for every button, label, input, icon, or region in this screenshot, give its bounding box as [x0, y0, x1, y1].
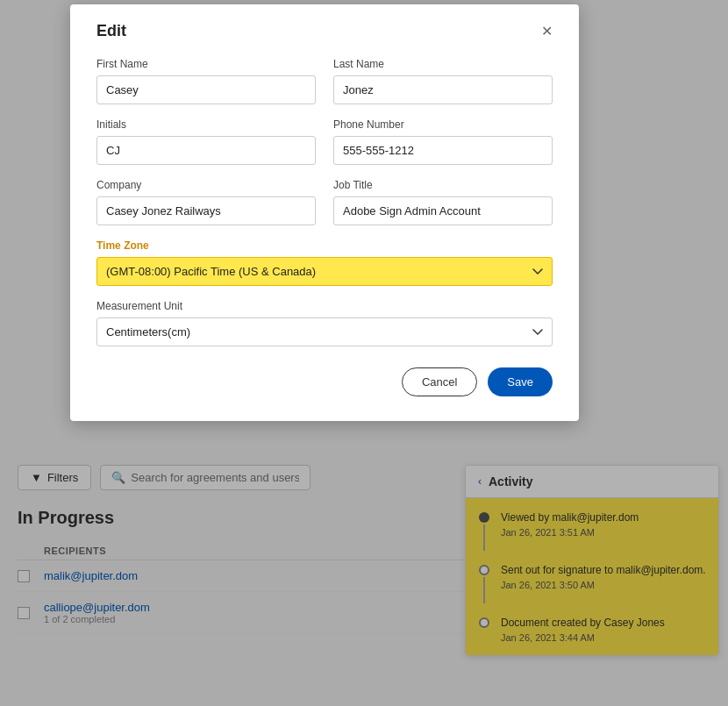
measurement-section: Measurement Unit Centimeters(cm): [96, 300, 553, 346]
close-button[interactable]: ✕: [541, 25, 553, 39]
phone-label: Phone Number: [333, 118, 553, 131]
company-label: Company: [96, 179, 316, 191]
job-title-label: Job Title: [333, 179, 553, 191]
modal-footer: Cancel Save: [96, 367, 553, 396]
initials-input[interactable]: [96, 136, 316, 165]
edit-modal: Edit ✕ First Name Last Name Initials Pho…: [70, 4, 579, 421]
initials-group: Initials: [96, 118, 316, 165]
phone-group: Phone Number: [333, 118, 553, 165]
first-name-group: First Name: [96, 58, 316, 104]
save-button[interactable]: Save: [488, 367, 553, 396]
timezone-section: Time Zone (GMT-08:00) Pacific Time (US &…: [96, 239, 553, 286]
job-title-group: Job Title: [333, 179, 553, 225]
last-name-input[interactable]: [333, 75, 553, 104]
name-row: First Name Last Name: [96, 58, 553, 104]
last-name-group: Last Name: [333, 58, 553, 104]
initials-phone-row: Initials Phone Number: [96, 118, 553, 165]
job-title-input[interactable]: [333, 196, 553, 225]
modal-title: Edit: [96, 22, 126, 40]
phone-input[interactable]: [333, 136, 553, 165]
initials-label: Initials: [96, 118, 316, 131]
timezone-select[interactable]: (GMT-08:00) Pacific Time (US & Canada): [96, 257, 553, 286]
company-input[interactable]: [96, 196, 316, 225]
measurement-select[interactable]: Centimeters(cm): [96, 317, 553, 346]
first-name-input[interactable]: [96, 75, 316, 104]
first-name-label: First Name: [96, 58, 316, 70]
timezone-label: Time Zone: [96, 239, 553, 252]
close-icon: ✕: [541, 24, 553, 39]
company-jobtitle-row: Company Job Title: [96, 179, 553, 225]
modal-header: Edit ✕: [96, 22, 553, 40]
company-group: Company: [96, 179, 316, 225]
cancel-button[interactable]: Cancel: [402, 367, 477, 396]
last-name-label: Last Name: [333, 58, 553, 70]
measurement-label: Measurement Unit: [96, 300, 553, 312]
